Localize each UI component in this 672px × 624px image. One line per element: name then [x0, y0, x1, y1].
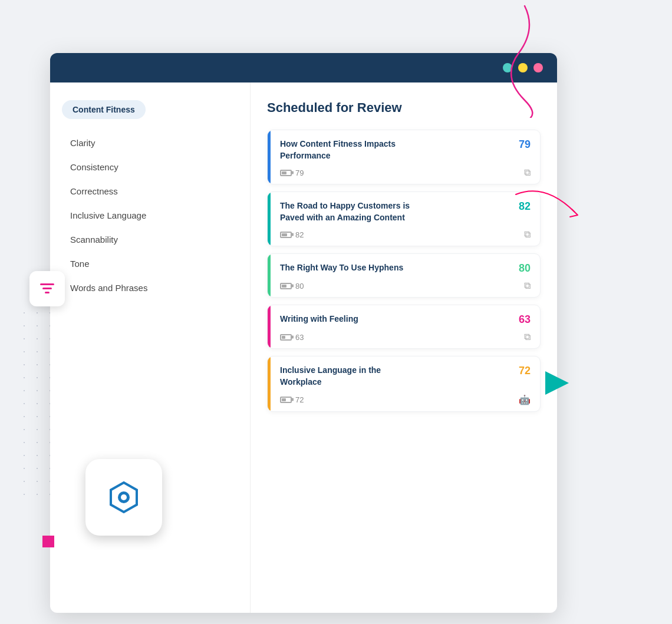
svg-rect-3: [45, 292, 50, 293]
card-body-2: The Road to Happy Customers is Paved wit…: [271, 192, 540, 246]
card-body-1: How Content Fitness Impacts Performance …: [271, 130, 540, 184]
card-title-4[interactable]: Writing with Feeling: [280, 313, 358, 325]
card-body-5: Inclusive Language in the Workplace 72 7…: [271, 356, 540, 411]
card-meta-4: 63: [280, 333, 304, 342]
card-top-2: The Road to Happy Customers is Paved wit…: [280, 200, 531, 223]
content-card-5[interactable]: Inclusive Language in the Workplace 72 7…: [267, 356, 541, 411]
card-top-3: The Right Way To Use Hyphens 80: [280, 262, 531, 275]
content-card-4[interactable]: Writing with Feeling 63 63 ⧉: [267, 305, 541, 349]
svg-rect-2: [42, 288, 52, 289]
card-top-4: Writing with Feeling 63: [280, 313, 531, 326]
card-bottom-5: 72 🤖: [280, 394, 531, 405]
card-score-3: 80: [519, 262, 531, 275]
pink-square-decoration: [42, 536, 54, 547]
sidebar-nav: Clarity Consistency Correctness Inclusiv…: [62, 131, 238, 300]
sidebar-item-clarity[interactable]: Clarity: [62, 131, 238, 155]
card-top-5: Inclusive Language in the Workplace 72: [280, 365, 531, 388]
content-card-3[interactable]: The Right Way To Use Hyphens 80 80 ⧉: [267, 253, 541, 298]
card-bottom-4: 63 ⧉: [280, 332, 531, 342]
sidebar-item-inclusive-language[interactable]: Inclusive Language: [62, 203, 238, 227]
battery-icon-2: [280, 232, 292, 238]
copy-icon-3[interactable]: ⧉: [524, 280, 531, 291]
content-card-2[interactable]: The Road to Happy Customers is Paved wit…: [267, 192, 541, 246]
card-title-5[interactable]: Inclusive Language in the Workplace: [280, 365, 421, 388]
svg-marker-0: [545, 371, 569, 395]
card-meta-score-3: 80: [295, 282, 304, 290]
card-score-4: 63: [519, 313, 531, 326]
arrow-teal-decoration: [545, 371, 569, 395]
arrow-pink-decoration: [510, 189, 581, 224]
title-bar: [50, 53, 557, 82]
sidebar-item-scannability[interactable]: Scannability: [62, 227, 238, 252]
sidebar-item-correctness[interactable]: Correctness: [62, 179, 238, 203]
filter-icon: [39, 282, 55, 295]
card-meta-1: 79: [280, 169, 304, 177]
sidebar-badge[interactable]: Content Fitness: [62, 100, 146, 119]
card-meta-score-2: 82: [295, 230, 304, 239]
card-meta-5: 72: [280, 395, 304, 404]
copy-icon-2[interactable]: ⧉: [524, 229, 531, 240]
card-bottom-2: 82 ⧉: [280, 229, 531, 240]
logo-box: [85, 459, 162, 536]
sidebar-item-consistency[interactable]: Consistency: [62, 155, 238, 179]
sidebar-item-words-and-phrases[interactable]: Words and Phrases: [62, 276, 238, 300]
card-bottom-1: 79 ⧉: [280, 167, 531, 178]
logo-icon: [106, 480, 141, 515]
card-meta-score-4: 63: [295, 333, 304, 342]
robot-icon-5: 🤖: [519, 394, 531, 405]
card-body-4: Writing with Feeling 63 63 ⧉: [271, 305, 540, 348]
card-meta-2: 82: [280, 230, 304, 239]
battery-icon-1: [280, 170, 292, 176]
main-content: Scheduled for Review How Content Fitness…: [251, 82, 557, 613]
squiggle-decoration: [495, 0, 542, 118]
copy-icon-4[interactable]: ⧉: [524, 332, 531, 342]
card-title-3[interactable]: The Right Way To Use Hyphens: [280, 262, 403, 274]
svg-rect-1: [40, 283, 54, 285]
card-score-1: 79: [519, 138, 531, 151]
content-card-1[interactable]: How Content Fitness Impacts Performance …: [267, 130, 541, 184]
card-body-3: The Right Way To Use Hyphens 80 80 ⧉: [271, 254, 540, 297]
card-meta-score-5: 72: [295, 395, 304, 404]
copy-icon-1[interactable]: ⧉: [524, 167, 531, 178]
card-title-1[interactable]: How Content Fitness Impacts Performance: [280, 138, 421, 161]
card-meta-score-1: 79: [295, 169, 304, 177]
sidebar-item-tone[interactable]: Tone: [62, 252, 238, 276]
card-title-2[interactable]: The Road to Happy Customers is Paved wit…: [280, 200, 421, 223]
card-top-1: How Content Fitness Impacts Performance …: [280, 138, 531, 161]
battery-icon-3: [280, 283, 292, 289]
battery-icon-4: [280, 334, 292, 341]
card-meta-3: 80: [280, 282, 304, 290]
card-bottom-3: 80 ⧉: [280, 280, 531, 291]
battery-icon-5: [280, 397, 292, 403]
filter-icon-box: [29, 271, 65, 306]
card-score-5: 72: [519, 365, 531, 377]
svg-point-5: [121, 494, 127, 500]
